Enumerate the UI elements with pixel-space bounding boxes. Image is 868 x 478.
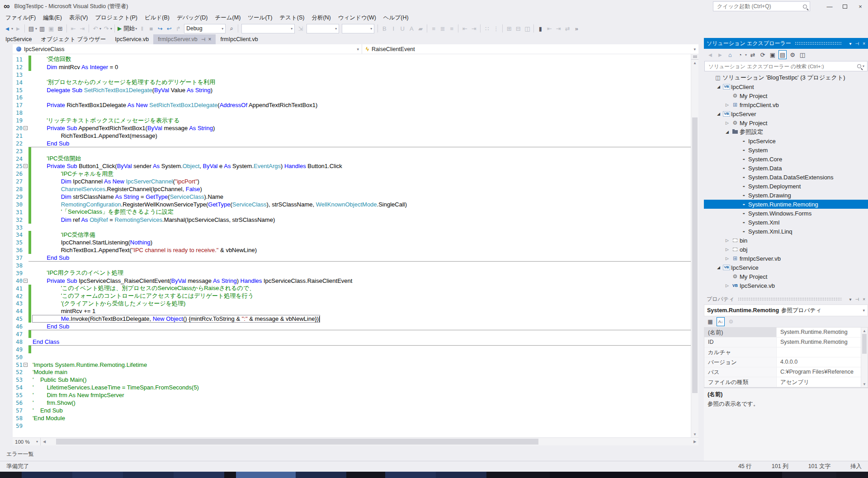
tab-ipcservice-vb[interactable]: IpcService.vb xyxy=(110,34,153,44)
fold-margin[interactable]: − xyxy=(23,164,28,168)
code-line[interactable]: 46End Sub xyxy=(13,323,691,330)
code-line[interactable]: 50 xyxy=(13,353,691,361)
maximize-button[interactable] xyxy=(837,1,853,12)
close-icon[interactable]: × xyxy=(863,41,865,46)
panel-splitter[interactable] xyxy=(704,290,868,294)
zoom-control[interactable]: 100 % ▾ xyxy=(13,438,41,445)
prev-bookmark-icon[interactable]: ⇤ xyxy=(545,24,553,33)
vertical-scrollbar[interactable]: ▲ ▼ xyxy=(691,54,698,437)
tree-item[interactable]: ▪▪System.Xml.Linq xyxy=(704,227,868,236)
code-line[interactable]: 11'受信回数 xyxy=(13,56,691,63)
property-value[interactable]: System.Runtime.Remoting xyxy=(777,328,868,337)
font-style-combo[interactable]: ▾ xyxy=(241,24,295,33)
step-into-icon[interactable]: ↪ xyxy=(156,24,164,33)
tree-item[interactable]: ▷⊞frmIpcServer.vb xyxy=(704,254,868,263)
code-line[interactable]: 38 xyxy=(13,262,691,269)
comment-icon[interactable]: ⇤ xyxy=(69,24,77,33)
code-line[interactable]: 27Dim IpcChannel As New IpcServerChannel… xyxy=(13,178,691,185)
italic-icon[interactable]: I xyxy=(389,24,397,33)
taskbar-item[interactable] xyxy=(836,472,868,478)
taskbar-item[interactable] xyxy=(550,472,782,478)
uncomment-icon[interactable]: ⇥ xyxy=(78,24,86,33)
align-left-icon[interactable]: ≡ xyxy=(429,24,438,33)
tree-item[interactable]: ◫ソリューション 'BlogTestIpc' (3 プロジェクト) xyxy=(704,73,868,82)
se-show-all-files-icon[interactable]: ▤ xyxy=(778,50,787,59)
code-line[interactable]: 51−'Imports System.Runtime.Remoting.Life… xyxy=(13,361,691,369)
hyperlink-icon[interactable]: ◫ xyxy=(523,24,531,33)
find-in-files-icon[interactable]: ⌕ xyxy=(227,24,236,33)
expand-arrow-icon[interactable]: ▷ xyxy=(724,247,731,252)
code-line[interactable]: 34'IPC受信準備 xyxy=(13,231,691,239)
new-file-icon[interactable]: ▤ xyxy=(27,24,35,33)
taskbar-item[interactable] xyxy=(224,472,236,478)
tab-ipcservice-designer[interactable]: IpcService xyxy=(1,34,36,44)
cell-merge-icon[interactable]: ⊟ xyxy=(514,24,522,33)
window-position-icon[interactable]: ▾ xyxy=(849,41,851,46)
menu-item-build[interactable]: ビルド(B) xyxy=(141,13,173,23)
tab-frmipcserver-vb[interactable]: frmIpcServer.vb⊣× xyxy=(153,34,216,44)
taskbar-item[interactable] xyxy=(782,472,836,478)
menu-item-view[interactable]: 表示(V) xyxy=(66,13,92,23)
code-line[interactable]: 54' LifetimeServices.LeaseTime = TimeSpa… xyxy=(13,384,691,391)
se-pending-changes-icon[interactable]: ◔ xyxy=(736,50,744,59)
tree-item[interactable]: ▪▪System.Deployment xyxy=(704,182,868,191)
code-line[interactable]: 43'(クライアントから受信したメッセージを処理) xyxy=(13,300,691,308)
code-line[interactable]: 25−Private Sub Button1_Click(ByVal sende… xyxy=(13,162,691,170)
collapse-icon[interactable]: − xyxy=(24,363,28,367)
code-line[interactable]: 49 xyxy=(13,346,691,353)
code-line[interactable]: 28ChannelServices.RegisterChannel(IpcCha… xyxy=(13,185,691,193)
code-line[interactable]: 39'IPC用クラスのイベント処理 xyxy=(13,269,691,277)
fold-margin[interactable]: − xyxy=(23,279,28,283)
taskbar-item[interactable] xyxy=(296,472,346,478)
tree-item[interactable]: ▷⚙My Project xyxy=(704,118,868,127)
tree-item[interactable]: ◢VBIpcServer xyxy=(704,109,868,118)
close-button[interactable]: × xyxy=(853,1,868,12)
chevron-down-icon[interactable]: ▾ xyxy=(35,27,37,31)
property-row[interactable]: IDSystem.Runtime.Remoting xyxy=(704,337,868,347)
tree-item[interactable]: ▪▪System.Drawing xyxy=(704,191,868,200)
tree-item[interactable]: ▪▪System.Windows.Forms xyxy=(704,209,868,218)
clear-bookmarks-icon[interactable]: ⇄ xyxy=(563,24,571,33)
tab-object-browser[interactable]: オブジェクト ブラウザー xyxy=(36,34,110,44)
se-home-icon[interactable]: ⌂ xyxy=(726,50,734,59)
code-line[interactable]: 52'Module main xyxy=(13,369,691,376)
property-row[interactable]: パスC:¥Program Files¥Reference xyxy=(704,367,868,377)
code-line[interactable]: 47 xyxy=(13,330,691,338)
code-line[interactable]: 53' Public Sub Main() xyxy=(13,376,691,384)
taskbar-item[interactable] xyxy=(486,472,550,478)
numbered-list-icon[interactable]: ⋮ xyxy=(492,24,500,33)
property-pages-icon[interactable]: ⚙ xyxy=(727,317,735,326)
property-row[interactable]: (名前)System.Runtime.Remoting xyxy=(704,328,868,337)
taskbar-item[interactable] xyxy=(72,472,123,478)
bookmark-icon[interactable]: ▮ xyxy=(536,24,544,33)
property-row[interactable]: バージョン4.0.0.0 xyxy=(704,357,868,367)
code-line[interactable]: 35IpcChannel.StartListening(Nothing) xyxy=(13,239,691,246)
start-debug-button[interactable]: ▶開始 xyxy=(118,25,135,33)
pin-icon[interactable]: ⊣ xyxy=(855,297,859,302)
decrease-indent-icon[interactable]: ⇤ xyxy=(461,24,469,33)
tab-frmipcclient-vb[interactable]: frmIpcClient.vb xyxy=(216,34,262,44)
fold-margin[interactable]: − xyxy=(23,363,28,367)
stop-icon[interactable]: ■ xyxy=(147,24,155,33)
code-line[interactable]: 30RemotingConfiguration.RegisterWellKnow… xyxy=(13,201,691,208)
code-line[interactable]: 22End Sub xyxy=(13,140,691,147)
scroll-up-arrow[interactable]: ▲ xyxy=(861,328,868,334)
window-position-icon[interactable]: ▾ xyxy=(849,297,851,302)
class-dropdown[interactable]: IpcServiceClass ▾ xyxy=(13,44,362,54)
code-line[interactable]: 15Delegate Sub SetRichTextBox1Delegate(B… xyxy=(13,86,691,94)
tree-item[interactable]: ▪▪System xyxy=(704,145,868,155)
fold-margin[interactable]: − xyxy=(23,126,28,130)
font-name-combo[interactable]: ▾ xyxy=(307,24,339,33)
menu-item-team[interactable]: チーム(M) xyxy=(211,13,244,23)
code-line[interactable]: 36RichTextBox1.AppendText("IPC channel i… xyxy=(13,246,691,254)
vertical-scrollbar-thumb[interactable] xyxy=(692,117,698,393)
menu-item-file[interactable]: ファイル(F) xyxy=(2,13,39,23)
property-row[interactable]: ファイルの種類アセンブリ xyxy=(704,377,868,387)
property-value[interactable] xyxy=(777,347,868,357)
pin-icon[interactable]: ⊣ xyxy=(855,41,859,46)
chevron-down-icon[interactable]: ▾ xyxy=(110,27,112,31)
code-line[interactable]: 45Me.Invoke(RichTextBox1Delegate, New Ob… xyxy=(13,315,691,323)
code-line[interactable]: 13 xyxy=(13,71,691,79)
collapse-arrow-icon[interactable]: ◢ xyxy=(715,112,722,116)
code-line[interactable]: 16 xyxy=(13,94,691,101)
